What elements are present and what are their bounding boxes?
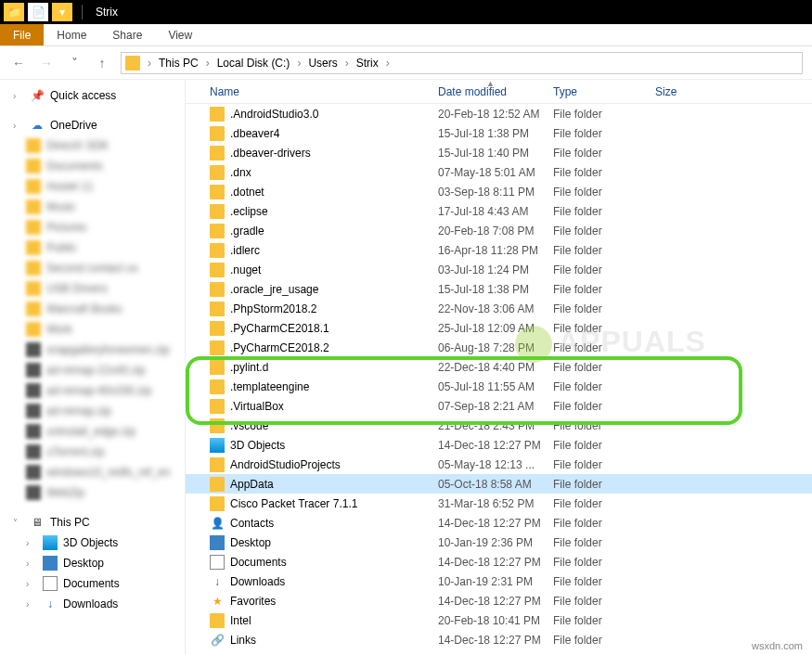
sidebar-item-blurred[interactable]: Work <box>0 319 185 340</box>
column-size[interactable]: Size <box>648 85 722 98</box>
chevron-right-icon[interactable]: › <box>146 57 153 70</box>
file-name: .gradle <box>230 225 264 238</box>
table-row[interactable]: .vscode21-Dec-18 2:43 PMFile folder <box>186 416 812 435</box>
sidebar-item-blurred[interactable]: ad-remap.zip <box>0 401 185 421</box>
tab-file[interactable]: File <box>0 24 44 45</box>
table-row[interactable]: 👤Contacts14-Dec-18 12:27 PMFile folder <box>186 513 812 533</box>
table-row[interactable]: .PyCharmCE2018.206-Aug-18 7:28 PMFile fo… <box>186 338 812 357</box>
chevron-right-icon[interactable]: › <box>343 57 351 70</box>
cell-type: File folder <box>546 244 648 257</box>
sidebar-item-blurred[interactable]: USB Drivers <box>0 278 185 299</box>
table-row[interactable]: .nuget03-Jul-18 1:24 PMFile folder <box>186 260 812 279</box>
table-row[interactable]: .dnx07-May-18 5:01 AMFile folder <box>186 162 812 182</box>
table-row[interactable]: .oracle_jre_usage15-Jul-18 1:38 PMFile f… <box>186 279 812 299</box>
table-row[interactable]: .dotnet03-Sep-18 8:11 PMFile folder <box>186 182 812 201</box>
sidebar-item-blurred[interactable]: Hostel 11 <box>0 176 185 197</box>
table-row[interactable]: .PhpStorm2018.222-Nov-18 3:06 AMFile fol… <box>186 299 812 318</box>
cell-date: 10-Jan-19 2:31 PM <box>431 575 546 588</box>
file-rows[interactable]: .AndroidStudio3.020-Feb-18 12:52 AMFile … <box>186 104 812 655</box>
table-row[interactable]: 3D Objects14-Dec-18 12:27 PMFile folder <box>186 435 812 455</box>
cell-name: .PyCharmCE2018.1 <box>202 321 431 336</box>
sidebar-item-blurred[interactable]: Second contact us <box>0 258 185 278</box>
column-type[interactable]: Type <box>546 85 648 98</box>
cell-date: 05-Oct-18 8:58 AM <box>431 478 546 491</box>
cloud-icon: ☁ <box>30 118 45 133</box>
recent-button[interactable]: ˅ <box>65 54 84 72</box>
table-row[interactable]: .VirtualBox07-Sep-18 2:21 AMFile folder <box>186 396 812 416</box>
table-row[interactable]: ★Favorites14-Dec-18 12:27 PMFile folder <box>186 591 812 610</box>
sidebar-item-blurred[interactable]: Warcraft Books <box>0 299 185 319</box>
table-row[interactable]: .pylint.d22-Dec-18 4:40 PMFile folder <box>186 357 812 377</box>
cell-type: File folder <box>546 263 648 276</box>
sidebar-item-thispc[interactable]: ˅🖥This PC <box>0 512 185 533</box>
sidebar-item-onedrive[interactable]: ›☁OneDrive <box>0 115 185 135</box>
cell-type: File folder <box>546 341 648 354</box>
star-icon: ★ <box>210 594 225 609</box>
documents-icon <box>43 576 58 591</box>
table-row[interactable]: ↓Downloads10-Jan-19 2:31 PMFile folder <box>186 572 812 591</box>
table-row[interactable]: AppData05-Oct-18 8:58 AMFile folder <box>186 474 812 494</box>
table-row[interactable]: Cisco Packet Tracer 7.1.131-Mar-18 6:52 … <box>186 494 812 513</box>
crumb-users[interactable]: Users <box>304 57 341 70</box>
file-name: .nuget <box>230 263 261 276</box>
sidebar-item-blurred[interactable]: uTorrent.zip <box>0 442 185 462</box>
chevron-right-icon[interactable]: › <box>384 57 392 70</box>
table-row[interactable]: .gradle20-Feb-18 7:08 PMFile folder <box>186 221 812 240</box>
sidebar-item-blurred[interactable]: ad-remap-22x40.zip <box>0 360 185 380</box>
up-button[interactable]: ↑ <box>93 54 111 72</box>
file-name: .dbeaver4 <box>230 127 279 140</box>
sidebar-item-blurred[interactable]: WebZip <box>0 482 185 503</box>
qat-icon[interactable]: 📄 <box>28 3 48 21</box>
sidebar-item-blurred[interactable]: Documents <box>0 156 185 176</box>
table-row[interactable]: .PyCharmCE2018.125-Jul-18 12:09 AMFile f… <box>186 318 812 338</box>
navigation-pane[interactable]: ›📌Quick access ›☁OneDrive DirectX SDK Do… <box>0 80 186 655</box>
sidebar-item-3dobjects[interactable]: ›3D Objects <box>0 533 185 553</box>
sidebar-item-desktop[interactable]: ›Desktop <box>0 553 185 573</box>
folder-icon <box>26 240 41 255</box>
sidebar-item-downloads[interactable]: ›↓Downloads <box>0 594 185 614</box>
cell-date: 22-Nov-18 3:06 AM <box>431 302 546 315</box>
sidebar-item-blurred[interactable]: snapgalleryforwomen.zip <box>0 340 185 360</box>
file-name: Favorites <box>230 595 276 608</box>
tab-home[interactable]: Home <box>44 24 99 45</box>
sidebar-item-blurred[interactable]: ad-remap-40x200.zip <box>0 380 185 401</box>
forward-button[interactable]: → <box>37 54 56 72</box>
sidebar-item-documents[interactable]: ›Documents <box>0 573 185 594</box>
crumb-current[interactable]: Strix <box>353 57 382 70</box>
table-row[interactable]: Desktop10-Jan-19 2:36 PMFile folder <box>186 533 812 552</box>
crumb-drive[interactable]: Local Disk (C:) <box>213 57 294 70</box>
sidebar-item-blurred[interactable]: Music <box>0 197 185 217</box>
tab-view[interactable]: View <box>155 24 205 45</box>
sidebar-item-blurred[interactable]: windows10_redfs_ref_en <box>0 462 185 482</box>
documents-icon <box>210 555 225 570</box>
sidebar-item-blurred[interactable]: DirectX SDK <box>0 135 185 156</box>
qat-icon-2[interactable]: ▾ <box>52 3 72 21</box>
table-row[interactable]: .dbeaver415-Jul-18 1:38 PMFile folder <box>186 123 812 143</box>
file-name: .VirtualBox <box>230 400 284 413</box>
sidebar-item-quickaccess[interactable]: ›📌Quick access <box>0 85 185 106</box>
tab-share[interactable]: Share <box>99 24 155 45</box>
sidebar-item-blurred[interactable]: Pictures <box>0 217 185 238</box>
table-row[interactable]: .dbeaver-drivers15-Jul-18 1:40 PMFile fo… <box>186 143 812 162</box>
table-row[interactable]: Intel20-Feb-18 10:41 PMFile folder <box>186 610 812 630</box>
cell-type: File folder <box>546 361 648 374</box>
sidebar-item-blurred[interactable]: Public <box>0 238 185 258</box>
table-row[interactable]: .templateengine05-Jul-18 11:55 AMFile fo… <box>186 377 812 396</box>
column-name[interactable]: Name <box>202 85 431 98</box>
sidebar-item-blurred[interactable]: uninstall_edge.zip <box>0 421 185 442</box>
table-row[interactable]: Documents14-Dec-18 12:27 PMFile folder <box>186 552 812 572</box>
table-row[interactable]: .idlerc16-Apr-18 11:28 PMFile folder <box>186 240 812 260</box>
crumb-thispc[interactable]: This PC <box>155 57 202 70</box>
back-button[interactable]: ← <box>9 54 28 72</box>
table-row[interactable]: 🔗Links14-Dec-18 12:27 PMFile folder <box>186 630 812 649</box>
cell-name: .templateengine <box>202 379 431 394</box>
chevron-right-icon[interactable]: › <box>204 57 212 70</box>
download-icon: ↓ <box>43 597 58 611</box>
star-icon: 📌 <box>30 88 45 103</box>
table-row[interactable]: AndroidStudioProjects05-May-18 12:13 ...… <box>186 455 812 474</box>
table-row[interactable]: .eclipse17-Jul-18 4:43 AMFile folder <box>186 201 812 221</box>
table-row[interactable]: .AndroidStudio3.020-Feb-18 12:52 AMFile … <box>186 104 812 123</box>
chevron-right-icon[interactable]: › <box>295 57 303 70</box>
breadcrumb[interactable]: › This PC › Local Disk (C:) › Users › St… <box>121 52 803 74</box>
desktop-icon <box>210 535 225 550</box>
